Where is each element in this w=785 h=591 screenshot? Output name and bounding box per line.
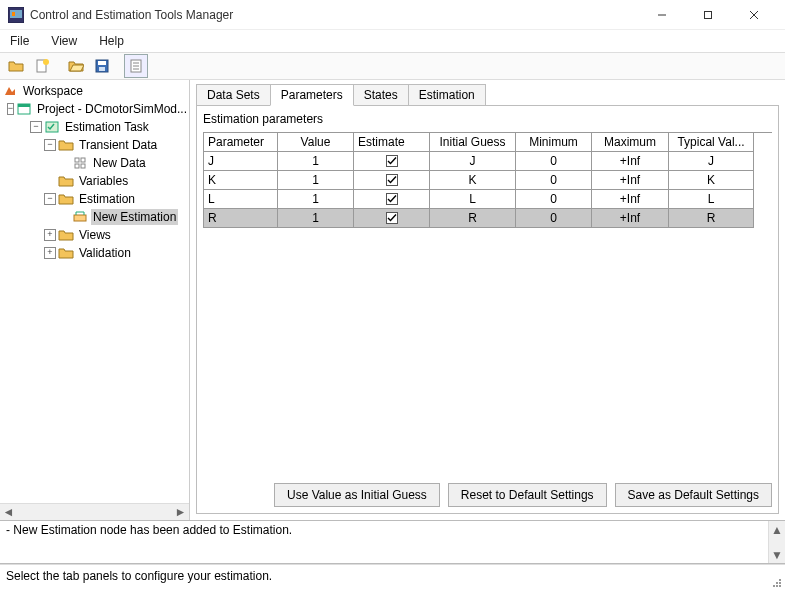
menu-help[interactable]: Help	[95, 32, 128, 50]
cell-value[interactable]: 1	[278, 152, 354, 171]
parameters-table[interactable]: Parameter Value Estimate Initial Guess M…	[203, 132, 772, 228]
scroll-down-icon[interactable]: ▼	[769, 546, 785, 563]
folder-icon	[58, 227, 74, 243]
collapse-icon[interactable]: −	[7, 103, 14, 115]
scroll-up-icon[interactable]: ▲	[769, 521, 785, 538]
cell-minimum[interactable]: 0	[516, 190, 592, 209]
cell-initial-guess[interactable]: K	[430, 171, 516, 190]
toolbar	[0, 52, 785, 80]
cell-minimum[interactable]: 0	[516, 171, 592, 190]
tab-states[interactable]: States	[353, 84, 409, 106]
checkbox-checked-icon[interactable]	[386, 155, 398, 167]
close-button[interactable]	[731, 0, 777, 30]
toolbar-save-button[interactable]	[90, 54, 114, 78]
tree-node-estimation[interactable]: − Estimation	[2, 190, 189, 208]
cell-estimate[interactable]	[354, 190, 430, 209]
app-icon	[8, 7, 24, 23]
reset-to-default-button[interactable]: Reset to Default Settings	[448, 483, 607, 507]
resize-grip-icon[interactable]	[771, 577, 783, 589]
toolbar-new-button[interactable]	[30, 54, 54, 78]
svg-rect-23	[74, 215, 86, 221]
tree-horizontal-scrollbar[interactable]: ◄ ►	[0, 503, 189, 520]
checkbox-checked-icon[interactable]	[386, 193, 398, 205]
expand-icon[interactable]: +	[44, 247, 56, 259]
tree-node-estimation-task[interactable]: − Estimation Task	[2, 118, 189, 136]
folder-icon	[58, 191, 74, 207]
cell-minimum[interactable]: 0	[516, 209, 592, 228]
tree-node-validation[interactable]: + Validation	[2, 244, 189, 262]
cell-parameter[interactable]: K	[204, 171, 278, 190]
use-value-as-initial-guess-button[interactable]: Use Value as Initial Guess	[274, 483, 440, 507]
table-row[interactable]: J 1 J 0 +Inf J	[204, 152, 772, 171]
tree-label: Views	[77, 227, 113, 243]
menu-file[interactable]: File	[6, 32, 33, 50]
tree-node-transient-data[interactable]: − Transient Data	[2, 136, 189, 154]
checkbox-checked-icon[interactable]	[386, 174, 398, 186]
tab-estimation[interactable]: Estimation	[408, 84, 486, 106]
workspace-tree[interactable]: Workspace − Project - DCmotorSimMod... −…	[0, 80, 190, 520]
cell-initial-guess[interactable]: R	[430, 209, 516, 228]
collapse-icon[interactable]: −	[30, 121, 42, 133]
tree-node-new-estimation[interactable]: New Estimation	[2, 208, 189, 226]
col-parameter[interactable]: Parameter	[204, 133, 278, 152]
tree-node-variables[interactable]: Variables	[2, 172, 189, 190]
data-icon	[72, 155, 88, 171]
tree-label: Workspace	[21, 83, 85, 99]
cell-maximum[interactable]: +Inf	[592, 190, 669, 209]
maximize-button[interactable]	[685, 0, 731, 30]
tree-node-project[interactable]: − Project - DCmotorSimMod...	[2, 100, 189, 118]
toolbar-open-button[interactable]	[64, 54, 88, 78]
expand-icon[interactable]: +	[44, 229, 56, 241]
cell-estimate[interactable]	[354, 152, 430, 171]
tab-data-sets[interactable]: Data Sets	[196, 84, 271, 106]
tree-node-workspace[interactable]: Workspace	[2, 82, 189, 100]
col-initial-guess[interactable]: Initial Guess	[430, 133, 516, 152]
col-typical[interactable]: Typical Val...	[669, 133, 754, 152]
table-row[interactable]: K 1 K 0 +Inf K	[204, 171, 772, 190]
cell-typical[interactable]: R	[669, 209, 754, 228]
cell-initial-guess[interactable]: L	[430, 190, 516, 209]
scroll-right-icon[interactable]: ►	[172, 504, 189, 521]
log-vertical-scrollbar[interactable]: ▲ ▼	[768, 521, 785, 563]
checkbox-checked-icon[interactable]	[386, 212, 398, 224]
cell-maximum[interactable]: +Inf	[592, 171, 669, 190]
svg-rect-2	[12, 12, 15, 16]
cell-parameter[interactable]: J	[204, 152, 278, 171]
log-panel[interactable]: - New Estimation node has been added to …	[0, 520, 785, 564]
toolbar-notes-button[interactable]	[124, 54, 148, 78]
svg-rect-24	[779, 579, 781, 581]
cell-parameter[interactable]: R	[204, 209, 278, 228]
collapse-icon[interactable]: −	[44, 193, 56, 205]
col-estimate[interactable]: Estimate	[354, 133, 430, 152]
table-row[interactable]: R 1 R 0 +Inf R	[204, 209, 772, 228]
cell-minimum[interactable]: 0	[516, 152, 592, 171]
col-value[interactable]: Value	[278, 133, 354, 152]
collapse-icon[interactable]: −	[44, 139, 56, 151]
col-maximum[interactable]: Maximum	[592, 133, 669, 152]
save-as-default-button[interactable]: Save as Default Settings	[615, 483, 772, 507]
toolbar-open-folder-button[interactable]	[4, 54, 28, 78]
scroll-left-icon[interactable]: ◄	[0, 504, 17, 521]
cell-value[interactable]: 1	[278, 190, 354, 209]
cell-value[interactable]: 1	[278, 209, 354, 228]
tab-bar: Data Sets Parameters States Estimation	[196, 84, 779, 106]
cell-typical[interactable]: K	[669, 171, 754, 190]
cell-maximum[interactable]: +Inf	[592, 209, 669, 228]
cell-parameter[interactable]: L	[204, 190, 278, 209]
svg-rect-26	[779, 582, 781, 584]
minimize-button[interactable]	[639, 0, 685, 30]
cell-initial-guess[interactable]: J	[430, 152, 516, 171]
table-row[interactable]: L 1 L 0 +Inf L	[204, 190, 772, 209]
menu-view[interactable]: View	[47, 32, 81, 50]
tree-node-new-data[interactable]: New Data	[2, 154, 189, 172]
cell-typical[interactable]: L	[669, 190, 754, 209]
cell-estimate[interactable]	[354, 209, 430, 228]
tab-parameters[interactable]: Parameters	[270, 84, 354, 106]
tree-node-views[interactable]: + Views	[2, 226, 189, 244]
section-label: Estimation parameters	[203, 110, 772, 132]
cell-typical[interactable]: J	[669, 152, 754, 171]
cell-maximum[interactable]: +Inf	[592, 152, 669, 171]
cell-value[interactable]: 1	[278, 171, 354, 190]
col-minimum[interactable]: Minimum	[516, 133, 592, 152]
cell-estimate[interactable]	[354, 171, 430, 190]
